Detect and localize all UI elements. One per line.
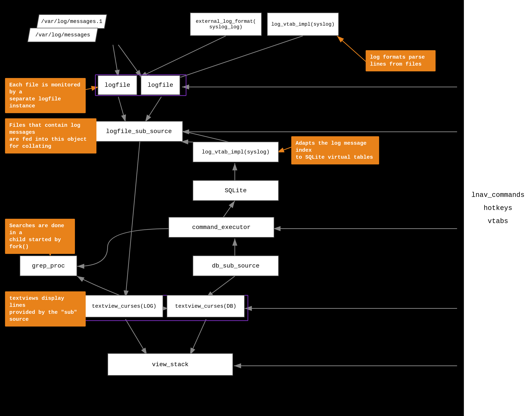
log-vtab-impl: log_vtab_impl(syslog) <box>193 142 279 162</box>
right-panel-item-hotkeys: hotkeys <box>484 204 512 212</box>
svg-line-9 <box>140 36 226 77</box>
right-panel-item-vtabs: vtabs <box>488 217 508 225</box>
grep-proc: grep_proc <box>20 255 77 276</box>
right-panel: lnav_commands hotkeys vtabs <box>464 0 532 416</box>
logfile1: logfile <box>98 75 137 95</box>
svg-line-26 <box>125 319 147 355</box>
diagram-container: /var/log/messages.1 /var/log/messages ex… <box>0 0 532 416</box>
svg-line-6 <box>118 97 125 122</box>
file-messages1: /var/log/messages.1 <box>36 14 107 29</box>
logfile2: logfile <box>141 75 180 95</box>
annotation-grep-proc: Searches are done in achild started by f… <box>5 219 75 254</box>
db-sub-source: db_sub_source <box>193 255 279 276</box>
svg-line-4 <box>118 45 142 77</box>
annotation-log-vtab: Adapts the log message indexto SQLite vi… <box>291 136 379 164</box>
command-executor: command_executor <box>169 217 274 238</box>
svg-line-19 <box>222 201 235 219</box>
svg-line-12 <box>337 36 369 65</box>
annotation-logfile-sub: Files that contain log messagesare fed i… <box>5 118 96 154</box>
svg-line-3 <box>113 45 118 77</box>
view-stack: view_stack <box>108 353 233 376</box>
svg-line-7 <box>145 97 161 122</box>
textview-db: textview_curses(DB) <box>167 295 245 317</box>
external-log-format2: log_vtab_impl(syslog) <box>267 13 339 36</box>
annotation-log-formats: log formats parselines from files <box>366 50 436 71</box>
right-panel-item-lnav-commands: lnav_commands <box>471 191 524 199</box>
external-log-format1: external_log_format( syslog_log) <box>190 13 262 36</box>
svg-line-24 <box>125 142 140 298</box>
svg-line-27 <box>190 319 206 355</box>
logfile-sub-source: logfile_sub_source <box>95 121 183 142</box>
annotation-logfile-monitor: Each file is monitored by aseparate logf… <box>5 78 86 113</box>
svg-line-10 <box>181 36 303 77</box>
textview-log: textview_curses(LOG) <box>85 295 163 317</box>
sqlite: SQLite <box>193 180 279 201</box>
svg-line-25 <box>206 276 235 298</box>
file-messages: /var/log/messages <box>28 28 98 42</box>
annotation-textviews: textviews display linesprovided by the "… <box>5 291 86 327</box>
arrows-svg <box>0 0 532 416</box>
